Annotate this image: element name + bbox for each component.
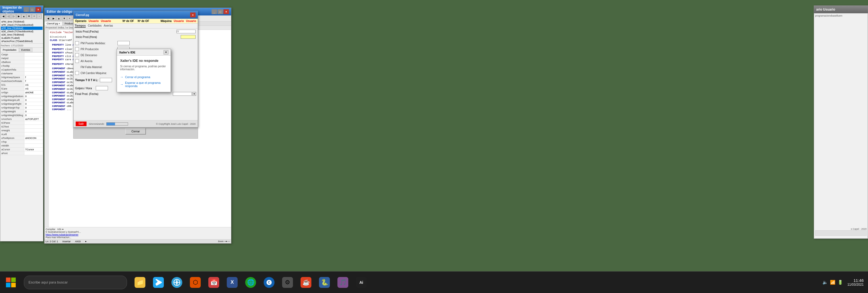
editor-btn-2[interactable]: ▶ — [51, 16, 56, 21]
input-golpes[interactable] — [96, 86, 108, 90]
component-sPR-check[interactable]: sPR_check (TCheckBoxMod) — [1, 23, 42, 27]
inspector-toolbar: ◀ ◁ ▷ ▶ ▲ ▼ + - — [0, 13, 43, 20]
taskbar-app-green[interactable]: 🌐 — [242, 273, 259, 292]
editor-minimize[interactable]: _ — [212, 9, 217, 14]
start-button[interactable] — [0, 271, 22, 293]
inspector-btn-7[interactable]: + — [32, 14, 37, 19]
form-titlebar[interactable]: CierroF.pg × — [73, 11, 198, 19]
inspector-btn-2[interactable]: ◁ — [6, 14, 11, 19]
inspector-titlebar[interactable]: Inspector de objetos _ □ × — [0, 6, 43, 13]
table-row: tClPane — [1, 121, 43, 125]
taskbar-app-java[interactable]: ☕ — [297, 273, 315, 292]
checkbox-pr[interactable] — [75, 47, 79, 51]
salir-button[interactable]: Salir — [76, 121, 87, 126]
form-close[interactable]: × — [190, 12, 195, 17]
component-sPM[interactable]: sPM_time (TEdiMod) — [1, 20, 42, 23]
taskbar-app-vscode[interactable] — [150, 273, 167, 292]
final-fecha-input[interactable] — [173, 92, 192, 96]
editor-maximize[interactable]: □ — [218, 9, 223, 14]
properties-table: Cargo HelpId cBalloon cTooltip cCaptiont… — [0, 52, 43, 155]
inspector-btn-3[interactable]: ▷ — [11, 14, 16, 19]
checkbox-av[interactable] — [75, 59, 79, 63]
inicio-fecha-input[interactable] — [177, 30, 195, 33]
table-row: nTop — [1, 140, 43, 144]
tab-tiempos[interactable]: Tiempos — [74, 24, 86, 28]
checkbox-de[interactable] — [75, 53, 79, 57]
taskbar-app-explorer[interactable]: 📁 — [131, 273, 149, 292]
inspector-close[interactable]: × — [35, 7, 41, 12]
editor-btn-5[interactable]: + — [67, 16, 72, 21]
info-line-3: https://www.nubatrapStreamer — [45, 233, 230, 236]
green-app-icon: 🌐 — [245, 277, 256, 288]
tab-averias[interactable]: Averías — [104, 24, 113, 28]
operario-label: Operario — [75, 20, 87, 23]
clock-time: 11:46 — [847, 278, 864, 283]
component-sPR-line[interactable]: sPR_line (TEdiMod) — [1, 27, 42, 30]
tab-cantidades[interactable]: Cantidades — [88, 24, 102, 28]
inicio-hora-input[interactable] — [181, 35, 195, 39]
info-panel: Compilar Info ● © IlustrativeSeveri y Il… — [44, 227, 231, 239]
component-sFacinc[interactable]: sFacincProc (TDateEditMod) — [1, 39, 42, 43]
form-header: Operario Usuario Usuario Nº de OF Nº de … — [73, 19, 198, 24]
component-sDE-check[interactable]: sDE_check (TCheckBoxMod) — [1, 30, 42, 33]
fecha-dropdown[interactable]: ▼ — [192, 92, 196, 96]
dialog-close-btn[interactable]: × — [163, 50, 168, 55]
input-pm[interactable] — [118, 41, 130, 45]
inspector-btn-5[interactable]: ▲ — [22, 14, 26, 19]
taskbar-app-xailer[interactable]: X — [223, 273, 241, 292]
taskbar-clock[interactable]: 11:46 11/03/2021 — [847, 278, 864, 287]
sound-icon[interactable]: 🔈 — [823, 280, 828, 285]
editor-btn-3[interactable]: ▲ — [56, 16, 61, 21]
taskbar-app-ai[interactable]: Ai — [352, 273, 370, 292]
dialog-message: Si cierras el programa, podrías perder i… — [120, 65, 167, 71]
taskbar-app-orange[interactable]: ⬡ — [187, 273, 204, 292]
taskbar-app-blue[interactable]: C — [260, 273, 278, 292]
inspector-btn-1[interactable]: ◀ — [1, 14, 6, 19]
ai-icon: Ai — [356, 277, 367, 288]
editor-btn-1[interactable]: ◀ — [45, 16, 51, 21]
cerrar-button[interactable]: Cerrar — [125, 128, 146, 135]
tab-propiedades[interactable]: Propiedades — [0, 48, 19, 52]
checkbox-cm[interactable] — [75, 71, 79, 75]
inspector-minimize[interactable]: _ — [24, 7, 29, 12]
editor-btn-4[interactable]: ▼ — [62, 16, 67, 21]
label-pm: PM Puesta Medidas: — [81, 42, 116, 45]
taskbar-app-settings[interactable]: ⚙ — [279, 273, 296, 292]
form-hora-row: Inicio Prod.(Hora) — [73, 34, 198, 39]
taskbar-app-calendar[interactable]: 📅 — [205, 273, 222, 292]
checkbox-pm[interactable] — [75, 41, 79, 45]
label-av: AV Avería — [81, 60, 116, 63]
dialog-wait-program: Esperar a que el programa responda — [125, 81, 167, 88]
table-row: nAlignMarginBottom0 — [1, 94, 43, 98]
status-insert: Insertar — [62, 240, 71, 243]
taskbar-app-python[interactable]: 🐍 — [316, 273, 333, 292]
table-row: lCareAS — [1, 87, 43, 91]
form-footer: Salir Sincronizando © CopyRight José Lui… — [73, 120, 198, 127]
editor-line-numbers — [44, 30, 49, 227]
inspector-btn-4[interactable]: ▶ — [16, 14, 21, 19]
dialog-body: Xailer's IDE no responde Si cierras el p… — [117, 56, 170, 92]
taskbar-search-box[interactable]: Escribe aquí para buscar — [24, 276, 127, 289]
dialog-option-close[interactable]: → Cerrar el programa — [120, 74, 167, 80]
inspector-btn-6[interactable]: ▼ — [27, 14, 31, 19]
taskbar-app-extra1[interactable]: 🎵 — [334, 273, 351, 292]
input-total[interactable] — [100, 78, 112, 82]
inspector-btn-8[interactable]: - — [37, 14, 42, 19]
zoom-control[interactable]: Zoom ─●── — [218, 240, 230, 243]
tab-eventos[interactable]: Eventos — [19, 48, 33, 52]
component-sDE-time[interactable]: sDE_time (TEdiMod) — [1, 33, 42, 36]
label-cm: CM Cambio Máquina: — [81, 71, 116, 75]
editor-close[interactable]: × — [223, 9, 229, 14]
maquina-label: Máquina — [161, 20, 172, 23]
table-row: cCaptiontTela — [1, 68, 43, 71]
editor-statusbar: Ln: 2 Col: 1 Insertar ANSI ● Zoom ─●── — [44, 239, 231, 243]
inspector-maximize[interactable]: □ — [30, 7, 35, 12]
dialog-option-wait[interactable]: → Esperar a que el programa responda — [120, 80, 167, 89]
table-row: aTooltipIconaNOICON — [1, 136, 43, 140]
table-row: nAlignWeightSibling0 — [1, 113, 43, 117]
tab-cierrof[interactable]: CierroF.pg × — [44, 22, 62, 26]
taskbar-app-browser[interactable] — [168, 273, 186, 292]
component-sLabel9[interactable]: sLabel9 (TLabel) — [1, 36, 42, 39]
battery-icon[interactable]: 🔋 — [838, 280, 843, 285]
network-icon[interactable]: 📶 — [830, 280, 835, 285]
